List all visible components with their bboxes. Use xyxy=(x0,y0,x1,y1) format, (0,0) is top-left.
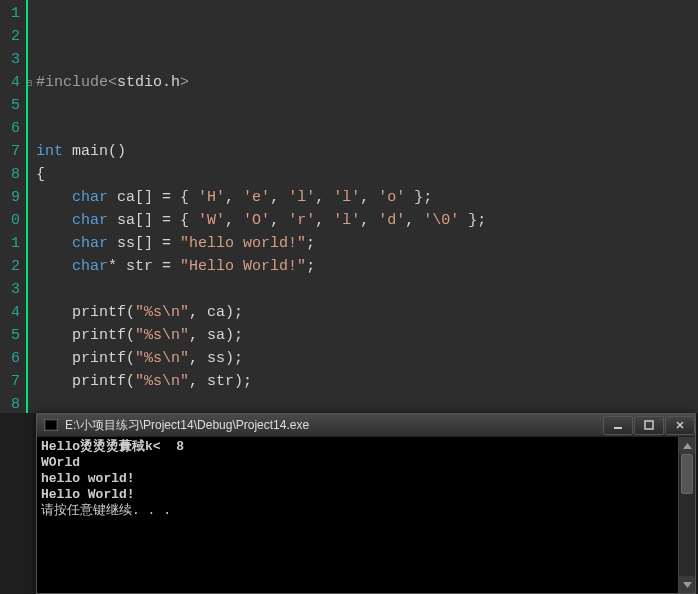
scroll-up-icon[interactable] xyxy=(679,437,695,454)
code-area[interactable]: ⊟ #include<stdio.h> int main() { char ca… xyxy=(28,0,698,413)
console-output[interactable]: Hello烫烫烫虋稢k< 8WOrldhello world!Hello Wor… xyxy=(37,437,695,593)
console-line: 请按任意键继续. . . xyxy=(41,503,691,519)
console-title: E:\小项目练习\Project14\Debug\Project14.exe xyxy=(65,417,602,434)
svg-rect-3 xyxy=(645,421,653,429)
line-number: 3 xyxy=(0,48,20,71)
console-line: WOrld xyxy=(41,455,691,471)
console-line: hello world! xyxy=(41,471,691,487)
close-button[interactable] xyxy=(665,416,695,435)
line-number: 7 xyxy=(0,140,20,163)
line-number: 0 xyxy=(0,209,20,232)
console-line: Hello烫烫烫虋稢k< 8 xyxy=(41,439,691,455)
line-number: 1 xyxy=(0,2,20,25)
line-number: 5 xyxy=(0,94,20,117)
console-titlebar[interactable]: E:\小项目练习\Project14\Debug\Project14.exe xyxy=(37,414,695,437)
code-editor: 123456789012345678 ⊟ #include<stdio.h> i… xyxy=(0,0,698,413)
scroll-down-icon[interactable] xyxy=(679,576,695,593)
console-scrollbar[interactable] xyxy=(678,437,695,593)
line-number: 1 xyxy=(0,232,20,255)
scroll-thumb[interactable] xyxy=(681,454,693,494)
console-line: Hello World! xyxy=(41,487,691,503)
line-number: 4 xyxy=(0,71,20,94)
minimize-button[interactable] xyxy=(603,416,633,435)
line-number: 7 xyxy=(0,370,20,393)
svg-rect-2 xyxy=(614,427,622,429)
line-number: 6 xyxy=(0,347,20,370)
line-number: 2 xyxy=(0,25,20,48)
scroll-track[interactable] xyxy=(679,454,695,576)
fold-marker-icon[interactable]: ⊟ xyxy=(28,72,36,82)
line-number: 6 xyxy=(0,117,20,140)
line-number: 2 xyxy=(0,255,20,278)
line-number: 8 xyxy=(0,163,20,186)
line-number: 3 xyxy=(0,278,20,301)
line-number: 5 xyxy=(0,324,20,347)
line-number-gutter: 123456789012345678 xyxy=(0,0,28,413)
line-number: 9 xyxy=(0,186,20,209)
maximize-button[interactable] xyxy=(634,416,664,435)
line-number: 4 xyxy=(0,301,20,324)
console-window: E:\小项目练习\Project14\Debug\Project14.exe H… xyxy=(36,413,696,594)
window-controls xyxy=(602,416,695,435)
console-app-icon xyxy=(43,417,59,433)
line-number: 8 xyxy=(0,393,20,416)
svg-rect-1 xyxy=(46,421,56,429)
